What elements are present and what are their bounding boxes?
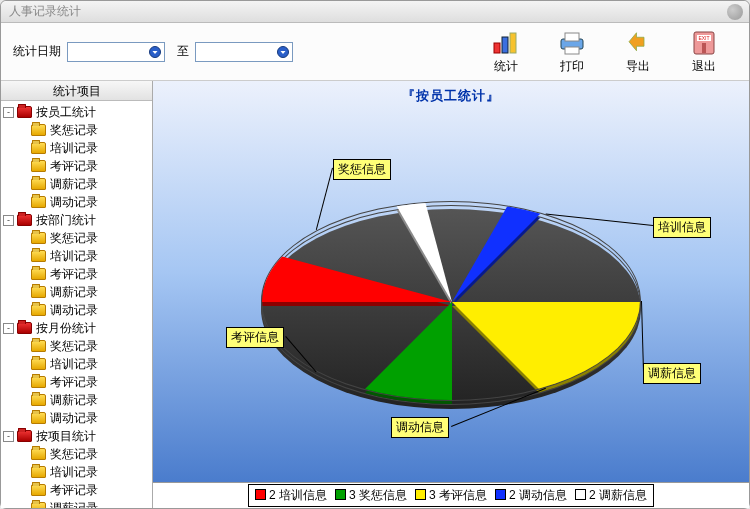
tree-item-label: 调动记录	[50, 410, 98, 427]
tree-item[interactable]: 培训记录	[3, 139, 152, 157]
print-icon	[555, 28, 589, 58]
legend-swatch	[575, 489, 586, 500]
tree-item-label: 奖惩记录	[50, 446, 98, 463]
tree-item[interactable]: 培训记录	[3, 463, 152, 481]
legend-bar: 2 培训信息3 奖惩信息3 考评信息2 调动信息2 调薪信息	[153, 482, 749, 508]
folder-icon	[17, 106, 32, 118]
folder-icon	[31, 394, 46, 406]
tree-item-label: 培训记录	[50, 356, 98, 373]
tree-group-label: 按部门统计	[36, 212, 96, 229]
tree-item[interactable]: 考评记录	[3, 157, 152, 175]
tree-item-label: 考评记录	[50, 158, 98, 175]
exit-button[interactable]: EXIT 退出	[683, 28, 725, 75]
folder-icon	[31, 358, 46, 370]
calendar-dropdown-icon[interactable]	[148, 45, 162, 59]
svg-text:EXIT: EXIT	[698, 35, 709, 41]
tree-item[interactable]: 考评记录	[3, 265, 152, 283]
legend-swatch	[335, 489, 346, 500]
date-to-input[interactable]	[195, 42, 293, 62]
tree-item[interactable]: 调薪记录	[3, 175, 152, 193]
tree-item-label: 调薪记录	[50, 176, 98, 193]
collapse-icon[interactable]: -	[3, 107, 14, 118]
stat-icon	[489, 28, 523, 58]
tree-item[interactable]: 培训记录	[3, 355, 152, 373]
collapse-icon[interactable]: -	[3, 215, 14, 226]
legend: 2 培训信息3 奖惩信息3 考评信息2 调动信息2 调薪信息	[248, 484, 654, 507]
tree-group[interactable]: -按员工统计	[3, 103, 152, 121]
sidebar-header: 统计项目	[1, 81, 152, 101]
legend-item: 2 调薪信息	[575, 487, 647, 504]
tree: -按员工统计奖惩记录培训记录考评记录调薪记录调动记录-按部门统计奖惩记录培训记录…	[1, 101, 152, 508]
tree-item-label: 培训记录	[50, 464, 98, 481]
export-label: 导出	[626, 58, 650, 75]
collapse-icon[interactable]: -	[3, 323, 14, 334]
legend-swatch	[415, 489, 426, 500]
slice-label: 调动信息	[391, 417, 449, 438]
svg-rect-2	[494, 43, 500, 53]
titlebar: 人事记录统计	[1, 1, 749, 23]
folder-icon	[31, 412, 46, 424]
collapse-icon[interactable]: -	[3, 431, 14, 442]
folder-icon	[31, 250, 46, 262]
folder-icon	[17, 322, 32, 334]
tree-item[interactable]: 调动记录	[3, 301, 152, 319]
tree-item-label: 考评记录	[50, 374, 98, 391]
folder-icon	[31, 124, 46, 136]
folder-icon	[31, 448, 46, 460]
tree-item[interactable]: 调薪记录	[3, 499, 152, 508]
svg-rect-3	[502, 37, 508, 53]
export-button[interactable]: 导出	[617, 28, 659, 75]
stat-label: 统计	[494, 58, 518, 75]
export-icon	[621, 28, 655, 58]
folder-icon	[31, 340, 46, 352]
date-from-input[interactable]	[67, 42, 165, 62]
tree-item-label: 培训记录	[50, 140, 98, 157]
legend-item: 3 奖惩信息	[335, 487, 407, 504]
date-label: 统计日期	[13, 43, 61, 60]
pie-chart	[261, 201, 641, 401]
legend-swatch	[255, 489, 266, 500]
tree-item[interactable]: 考评记录	[3, 481, 152, 499]
print-label: 打印	[560, 58, 584, 75]
print-button[interactable]: 打印	[551, 28, 593, 75]
slice-label: 奖惩信息	[333, 159, 391, 180]
close-icon[interactable]	[727, 4, 743, 20]
tree-item[interactable]: 调动记录	[3, 193, 152, 211]
tree-item[interactable]: 调动记录	[3, 409, 152, 427]
chart-area: 『按员工统计』 培训信息调薪信息调动信息考评信息奖惩信息 2 培训信息3 奖惩信…	[153, 81, 749, 508]
window-title: 人事记录统计	[9, 3, 81, 20]
stat-button[interactable]: 统计	[485, 28, 527, 75]
tree-item-label: 调薪记录	[50, 392, 98, 409]
tree-item-label: 考评记录	[50, 266, 98, 283]
tree-item[interactable]: 考评记录	[3, 373, 152, 391]
tree-group[interactable]: -按部门统计	[3, 211, 152, 229]
tree-item[interactable]: 培训记录	[3, 247, 152, 265]
svg-rect-6	[565, 33, 579, 41]
folder-icon	[31, 502, 46, 508]
tree-item[interactable]: 奖惩记录	[3, 121, 152, 139]
tree-item[interactable]: 调薪记录	[3, 283, 152, 301]
tree-item[interactable]: 奖惩记录	[3, 229, 152, 247]
folder-icon	[31, 142, 46, 154]
folder-icon	[31, 160, 46, 172]
exit-icon: EXIT	[687, 28, 721, 58]
tree-item-label: 调动记录	[50, 302, 98, 319]
tree-group[interactable]: -按月份统计	[3, 319, 152, 337]
legend-item: 2 调动信息	[495, 487, 567, 504]
folder-icon	[17, 430, 32, 442]
tree-item-label: 奖惩记录	[50, 338, 98, 355]
tree-item-label: 考评记录	[50, 482, 98, 499]
chart-title: 『按员工统计』	[153, 87, 749, 105]
folder-icon	[31, 178, 46, 190]
tree-item[interactable]: 奖惩记录	[3, 337, 152, 355]
tree-group-label: 按员工统计	[36, 104, 96, 121]
folder-icon	[31, 196, 46, 208]
tree-item[interactable]: 奖惩记录	[3, 445, 152, 463]
tree-group[interactable]: -按项目统计	[3, 427, 152, 445]
legend-swatch	[495, 489, 506, 500]
chart-canvas: 培训信息调薪信息调动信息考评信息奖惩信息	[153, 105, 749, 482]
svg-rect-7	[565, 47, 579, 54]
folder-icon	[31, 466, 46, 478]
calendar-dropdown-icon[interactable]	[276, 45, 290, 59]
tree-item[interactable]: 调薪记录	[3, 391, 152, 409]
